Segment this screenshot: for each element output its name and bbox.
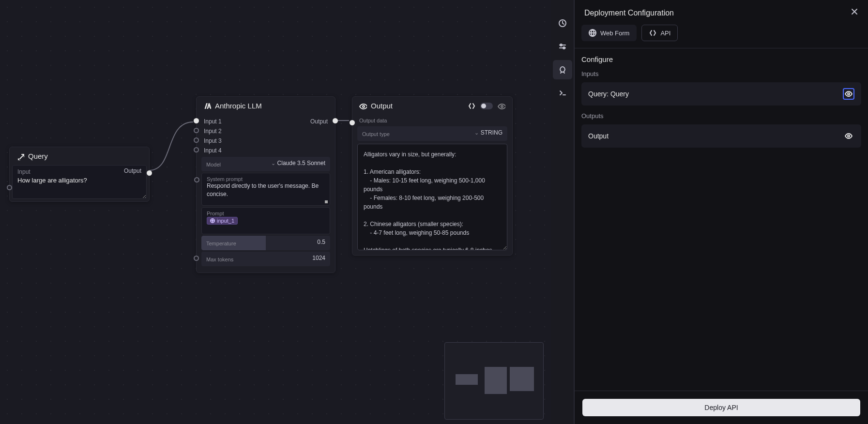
prompt-field[interactable]: Prompt input_1: [201, 207, 330, 234]
anthropic-icon: [203, 102, 211, 110]
output-toggle[interactable]: [480, 103, 493, 109]
maxtok-value: 1024: [312, 255, 325, 261]
eye-icon: [845, 90, 853, 98]
svg-point-7: [848, 93, 850, 95]
temp-label: Temperature: [206, 241, 236, 246]
deploy-api-button[interactable]: Deploy API: [582, 399, 860, 416]
clock-icon: [559, 19, 566, 27]
settings-button[interactable]: [553, 37, 572, 56]
input-3-label: Input 3: [204, 137, 222, 144]
panel-title: Deployment Configuration: [584, 9, 674, 17]
input-2-port[interactable]: [194, 128, 199, 133]
inputs-label: Inputs: [575, 68, 868, 82]
max-tokens-field[interactable]: Max tokens 1024: [201, 252, 330, 266]
deploy-button[interactable]: [553, 60, 572, 79]
deployment-panel: Deployment Configuration Web Form API Co…: [574, 0, 868, 424]
sliders-icon: [559, 43, 566, 50]
rocket-icon: [559, 66, 566, 74]
terminal-button[interactable]: [553, 83, 572, 103]
out-data-label: Output data: [359, 118, 505, 123]
llm-output-port[interactable]: [333, 118, 338, 123]
output-input-port[interactable]: [350, 120, 355, 125]
side-toolbar: [551, 0, 574, 424]
llm-title: Anthropic LLM: [215, 102, 262, 110]
input-4-label: Input 4: [204, 147, 222, 154]
outputs-label: Outputs: [575, 110, 868, 124]
query-title: Query: [28, 152, 48, 160]
input-label: Input: [17, 168, 141, 175]
out-type-label: Output type: [362, 131, 390, 137]
plus-circle-icon: [210, 218, 215, 223]
out-type-value: STRING: [474, 129, 503, 136]
input-4-port[interactable]: [194, 147, 199, 152]
temp-value: 0.5: [317, 239, 325, 245]
prompt-pill[interactable]: input_1: [207, 217, 238, 225]
output-title: Output: [371, 102, 393, 110]
output-visibility-button[interactable]: [843, 130, 854, 142]
output-label: Output: [124, 167, 141, 174]
input-value: How large are alligators?: [17, 177, 141, 184]
config-output-text: Output: [588, 132, 609, 140]
tab-api[interactable]: API: [641, 25, 678, 41]
llm-node[interactable]: Anthropic LLM Input 1Output Input 2 Inpu…: [196, 96, 335, 273]
config-input-text: Query: Query: [588, 90, 629, 98]
prompt-label: Prompt: [207, 211, 325, 216]
minimap[interactable]: [444, 342, 544, 420]
eye-off-icon[interactable]: [498, 102, 505, 110]
sysprompt-label: System prompt: [207, 176, 325, 182]
maxtok-label: Max tokens: [206, 257, 233, 262]
output-text[interactable]: Alligators vary in size, but generally: …: [357, 144, 507, 250]
history-button[interactable]: [553, 14, 572, 33]
output-type-select[interactable]: Output type STRING: [357, 126, 507, 141]
svg-point-1: [363, 106, 365, 107]
close-button[interactable]: [851, 8, 858, 18]
input-2-label: Input 2: [204, 128, 222, 135]
close-icon: [851, 8, 858, 15]
edit-icon: [16, 152, 24, 160]
terminal-icon: [559, 89, 566, 97]
maxtok-port[interactable]: [194, 256, 199, 261]
output-node[interactable]: Output Output data Output type STRING Al…: [352, 96, 513, 256]
input-1-port[interactable]: [194, 118, 199, 123]
input-1-label: Input 1: [204, 118, 222, 125]
query-input-port[interactable]: [7, 185, 12, 190]
config-output-row[interactable]: Output: [581, 124, 861, 148]
input-visibility-button[interactable]: [843, 88, 854, 100]
config-input-row[interactable]: Query: Query: [581, 82, 861, 106]
configure-heading: Configure: [575, 48, 868, 68]
temperature-slider[interactable]: Temperature 0.5: [201, 236, 330, 250]
code-icon[interactable]: [468, 102, 475, 110]
query-node[interactable]: Query Output Input How large are alligat…: [9, 147, 150, 202]
model-label: Model: [206, 162, 221, 167]
globe-icon: [589, 29, 596, 37]
model-select[interactable]: Model Claude 3.5 Sonnet: [201, 157, 330, 171]
eye-icon: [845, 132, 853, 140]
resize-handle[interactable]: [325, 200, 328, 203]
input-3-port[interactable]: [194, 137, 199, 143]
sysprompt-port[interactable]: [194, 177, 199, 182]
model-value: Claude 3.5 Sonnet: [271, 160, 325, 167]
svg-point-8: [848, 135, 850, 137]
system-prompt-field[interactable]: System prompt Respond directly to the us…: [201, 173, 330, 206]
svg-point-2: [501, 106, 503, 107]
query-output-port[interactable]: [147, 170, 152, 176]
code-icon: [649, 29, 656, 37]
eye-icon: [359, 102, 367, 110]
tab-web-form[interactable]: Web Form: [581, 25, 637, 41]
llm-output-label: Output: [310, 118, 328, 125]
sysprompt-value: Respond directly to the user's message. …: [207, 182, 325, 198]
